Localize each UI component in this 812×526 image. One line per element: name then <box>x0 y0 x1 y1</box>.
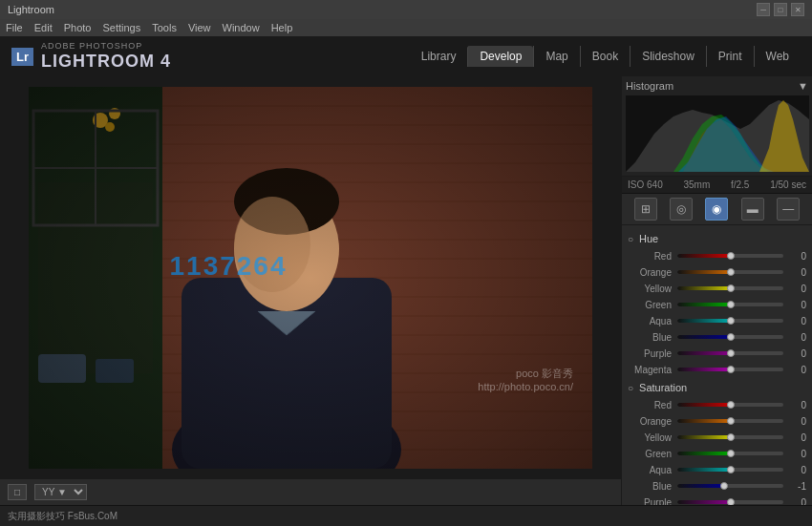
histogram-section: Histogram ▼ <box>622 76 812 177</box>
sat-yellow-row: Yellow 0 <box>628 430 806 445</box>
sat-green-label: Green <box>628 449 677 459</box>
hue-blue-slider[interactable] <box>677 335 783 339</box>
app-name-label: LIGHTROOM 4 <box>41 52 171 73</box>
sat-purple-slider[interactable] <box>677 500 783 504</box>
tab-develop[interactable]: Develop <box>467 46 533 67</box>
menu-file[interactable]: File <box>6 22 23 33</box>
sat-red-label: Red <box>628 400 677 410</box>
tab-slideshow[interactable]: Slideshow <box>630 46 706 67</box>
focal-value: 35mm <box>683 179 710 190</box>
sat-orange-value: 0 <box>783 416 806 427</box>
histogram-header: Histogram ▼ <box>626 80 808 92</box>
minimize-button[interactable]: ─ <box>757 3 770 16</box>
menu-edit[interactable]: Edit <box>34 22 53 33</box>
shutter-value: 1/50 sec <box>770 179 806 190</box>
menu-photo[interactable]: Photo <box>64 22 92 33</box>
tab-library[interactable]: Library <box>410 46 468 67</box>
hue-purple-row: Purple 0 <box>628 346 806 361</box>
app-title: ADOBE PHOTOSHOP LIGHTROOM 4 <box>41 41 171 72</box>
app-title-bar: Lightroom <box>8 4 757 15</box>
hue-aqua-label: Aqua <box>628 316 677 326</box>
sat-green-row: Green 0 <box>628 446 806 461</box>
adobe-label: ADOBE PHOTOSHOP <box>41 41 171 52</box>
histogram-arrow[interactable]: ▼ <box>798 80 808 92</box>
menu-help[interactable]: Help <box>271 22 293 33</box>
saturation-section-title: ○ Saturation <box>628 378 806 397</box>
hue-green-row: Green 0 <box>628 297 806 312</box>
fit-screen-button[interactable]: □ <box>8 484 27 500</box>
tab-book[interactable]: Book <box>580 46 630 67</box>
menu-settings[interactable]: Settings <box>102 22 140 33</box>
grad-tool[interactable]: ▬ <box>741 198 764 221</box>
sat-red-row: Red 0 <box>628 397 806 412</box>
main-area: 1137264 poco 影音秀 http://photo.poco.cn/ □… <box>0 76 812 505</box>
hue-title: Hue <box>639 233 658 244</box>
nav-tabs: Library Develop Map Book Slideshow Print… <box>410 46 801 67</box>
sat-red-slider[interactable] <box>677 403 783 407</box>
adj-brush[interactable]: — <box>777 198 800 221</box>
menu-window[interactable]: Window <box>223 22 260 33</box>
hue-blue-row: Blue 0 <box>628 329 806 345</box>
sat-blue-value: -1 <box>783 481 806 492</box>
sat-red-value: 0 <box>783 400 806 410</box>
iso-value: ISO 640 <box>628 179 663 190</box>
sat-aqua-slider[interactable] <box>677 468 783 472</box>
view-mode-select[interactable]: YY ▼ <box>34 484 87 500</box>
hue-red-row: Red 0 <box>628 248 806 263</box>
hue-orange-row: Orange 0 <box>628 264 806 280</box>
hue-section-title: ○ Hue <box>628 229 806 248</box>
hue-yellow-slider[interactable] <box>677 286 783 290</box>
hue-aqua-value: 0 <box>783 316 806 326</box>
right-panel: Histogram ▼ <box>621 76 812 505</box>
sat-orange-row: Orange 0 <box>628 413 806 429</box>
sat-purple-row: Purple 0 <box>628 494 806 505</box>
hue-red-slider[interactable] <box>677 254 783 258</box>
hue-purple-label: Purple <box>628 348 677 359</box>
maximize-button[interactable]: □ <box>774 3 787 16</box>
spot-tool[interactable]: ◎ <box>670 198 693 221</box>
histogram-title: Histogram <box>626 80 673 92</box>
sat-green-slider[interactable] <box>677 452 783 455</box>
header: Lr ADOBE PHOTOSHOP LIGHTROOM 4 Library D… <box>0 36 812 76</box>
hue-purple-slider[interactable] <box>677 351 783 355</box>
tab-print[interactable]: Print <box>706 46 754 67</box>
sat-yellow-slider[interactable] <box>677 435 783 439</box>
saturation-title: Saturation <box>639 382 687 393</box>
hue-red-value: 0 <box>783 251 806 262</box>
hue-green-label: Green <box>628 300 677 310</box>
hue-yellow-value: 0 <box>783 284 806 294</box>
sat-yellow-value: 0 <box>783 432 806 443</box>
lr-logo: Lr <box>11 48 33 66</box>
hue-yellow-label: Yellow <box>628 284 677 294</box>
hue-green-slider[interactable] <box>677 303 783 306</box>
window-controls[interactable]: ─ □ ✕ <box>757 3 804 16</box>
hue-orange-slider[interactable] <box>677 270 783 274</box>
photo-image: 1137264 poco 影音秀 http://photo.poco.cn/ <box>29 87 592 469</box>
hue-red-label: Red <box>628 251 677 262</box>
aperture-value: f/2.5 <box>731 179 749 190</box>
sat-green-value: 0 <box>783 449 806 459</box>
hue-yellow-row: Yellow 0 <box>628 281 806 296</box>
saturation-toggle[interactable]: ○ <box>628 383 633 393</box>
menu-view[interactable]: View <box>188 22 211 33</box>
crop-tool[interactable]: ⊞ <box>634 198 657 221</box>
sat-orange-slider[interactable] <box>677 419 783 423</box>
photo-area: 1137264 poco 影音秀 http://photo.poco.cn/ □… <box>0 76 621 505</box>
tab-map[interactable]: Map <box>533 46 579 67</box>
hue-orange-value: 0 <box>783 267 806 278</box>
bottom-label: 实用摄影技巧 FsBus.CoM <box>8 510 118 523</box>
hue-toggle[interactable]: ○ <box>628 234 633 244</box>
camera-info: ISO 640 35mm f/2.5 1/50 sec <box>622 177 812 194</box>
sat-aqua-row: Aqua 0 <box>628 462 806 477</box>
menu-tools[interactable]: Tools <box>152 22 177 33</box>
photo-container: 1137264 poco 影音秀 http://photo.poco.cn/ <box>0 76 621 478</box>
redeye-tool[interactable]: ◉ <box>705 198 728 221</box>
hue-aqua-slider[interactable] <box>677 319 783 323</box>
sat-purple-label: Purple <box>628 497 677 506</box>
hue-aqua-row: Aqua 0 <box>628 313 806 328</box>
tab-web[interactable]: Web <box>754 46 801 67</box>
sat-purple-value: 0 <box>783 497 806 506</box>
sat-blue-slider[interactable] <box>677 484 783 488</box>
close-button[interactable]: ✕ <box>791 3 804 16</box>
hue-magenta-slider[interactable] <box>677 368 783 371</box>
